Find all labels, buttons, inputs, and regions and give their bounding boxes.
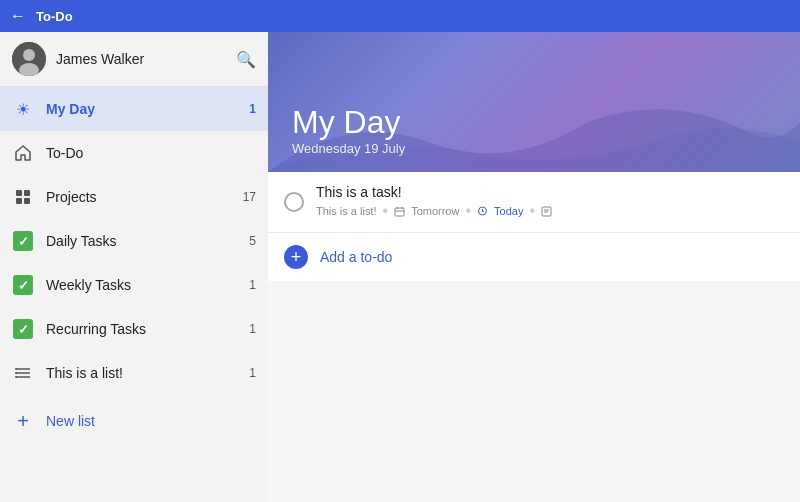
main-layout: James Walker 🔍 ☀ My Day 1 To-Do — [0, 32, 800, 502]
svg-rect-3 — [16, 190, 22, 196]
svg-point-12 — [15, 376, 17, 378]
sidebar-item-badge: 1 — [249, 102, 256, 116]
new-list-label: New list — [46, 413, 95, 429]
svg-rect-13 — [395, 208, 404, 216]
sidebar-item-label: Projects — [46, 189, 243, 205]
dot-separator: • — [383, 202, 389, 220]
due-icon — [394, 206, 405, 217]
svg-rect-4 — [24, 190, 30, 196]
svg-point-11 — [15, 372, 17, 374]
sun-icon: ☀ — [12, 98, 34, 120]
page-title: My Day — [292, 104, 776, 141]
home-icon — [12, 142, 34, 164]
title-bar: ← To-Do — [0, 0, 800, 32]
back-button[interactable]: ← — [10, 7, 26, 25]
sidebar-item-label: Daily Tasks — [46, 233, 249, 249]
sidebar-item-badge: 5 — [249, 234, 256, 248]
note-icon — [541, 206, 552, 217]
sidebar-item-label: Recurring Tasks — [46, 321, 249, 337]
avatar — [12, 42, 46, 76]
task-meta: This is a list! • Tomorrow • — [316, 202, 784, 220]
sidebar-item-this-is-a-list[interactable]: This is a list! 1 — [0, 351, 268, 395]
list-icon — [12, 362, 34, 384]
task-reminder: Today — [494, 205, 523, 217]
svg-point-10 — [15, 368, 17, 370]
app-title: To-Do — [36, 9, 73, 24]
table-row: This is a task! This is a list! • — [268, 172, 800, 233]
new-list-button[interactable]: + New list — [0, 399, 268, 443]
task-title: This is a task! — [316, 184, 784, 200]
sidebar-item-badge: 1 — [249, 366, 256, 380]
sidebar-item-label: To-Do — [46, 145, 256, 161]
task-due: Tomorrow — [411, 205, 459, 217]
sidebar-item-badge: 1 — [249, 322, 256, 336]
sidebar-item-badge: 1 — [249, 278, 256, 292]
sidebar-item-projects[interactable]: Projects 17 — [0, 175, 268, 219]
dot-separator: • — [529, 202, 535, 220]
sidebar-item-label: Weekly Tasks — [46, 277, 249, 293]
grid-icon — [12, 186, 34, 208]
plus-icon: + — [12, 410, 34, 432]
content-area: My Day Wednesday 19 July This is a task!… — [268, 32, 800, 502]
add-todo-row[interactable]: + Add a to-do — [268, 233, 800, 281]
svg-rect-5 — [16, 198, 22, 204]
add-todo-button[interactable]: + — [284, 245, 308, 269]
user-name: James Walker — [56, 51, 144, 67]
checkbox-green-icon — [12, 230, 34, 252]
sidebar-item-label: My Day — [46, 101, 249, 117]
task-complete-button[interactable] — [284, 192, 304, 212]
task-area: This is a task! This is a list! • — [268, 172, 800, 502]
checkbox-green-icon — [12, 318, 34, 340]
svg-point-1 — [23, 49, 35, 61]
checkbox-green-icon — [12, 274, 34, 296]
search-icon[interactable]: 🔍 — [236, 50, 256, 69]
sidebar-item-todo[interactable]: To-Do — [0, 131, 268, 175]
svg-rect-6 — [24, 198, 30, 204]
sidebar-item-label: This is a list! — [46, 365, 249, 381]
sidebar-item-badge: 17 — [243, 190, 256, 204]
sidebar-user: James Walker 🔍 — [0, 32, 268, 87]
sidebar-item-recurring-tasks[interactable]: Recurring Tasks 1 — [0, 307, 268, 351]
sidebar-item-daily-tasks[interactable]: Daily Tasks 5 — [0, 219, 268, 263]
task-list-ref: This is a list! — [316, 205, 377, 217]
sidebar: James Walker 🔍 ☀ My Day 1 To-Do — [0, 32, 268, 502]
sidebar-item-weekly-tasks[interactable]: Weekly Tasks 1 — [0, 263, 268, 307]
page-subtitle: Wednesday 19 July — [292, 141, 776, 156]
sidebar-item-my-day[interactable]: ☀ My Day 1 — [0, 87, 268, 131]
dot-separator: • — [465, 202, 471, 220]
content-header: My Day Wednesday 19 July — [268, 32, 800, 172]
reminder-icon — [477, 206, 488, 217]
add-todo-label: Add a to-do — [320, 249, 392, 265]
